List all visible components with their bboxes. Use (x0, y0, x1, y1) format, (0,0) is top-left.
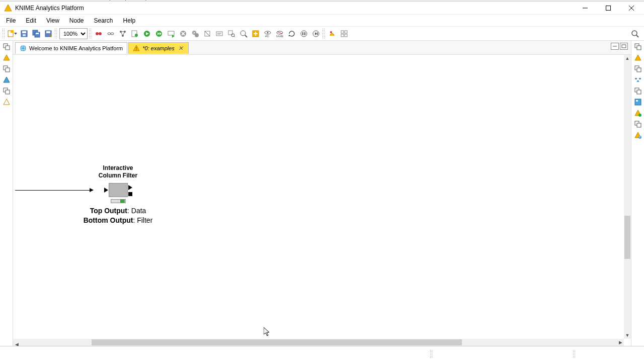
app-icon (4, 4, 12, 12)
svg-rect-100 (637, 90, 641, 94)
window-maximize-button[interactable] (597, 2, 620, 15)
hub-button[interactable] (327, 28, 338, 39)
restore-view-icon[interactable] (2, 86, 12, 96)
node-annotation[interactable]: Top Output: Data Bottom Output: Filter (61, 206, 175, 225)
new-workflow-button[interactable] (7, 28, 18, 39)
svg-point-60 (301, 31, 307, 37)
vertical-scrollbar[interactable]: ▲ ▼ (624, 55, 631, 339)
window-minimize-button[interactable] (574, 2, 597, 15)
menu-search[interactable]: Search (89, 16, 118, 26)
toggle-node-id-button[interactable]: #ID (262, 28, 273, 39)
svg-point-87 (136, 49, 137, 50)
svg-point-66 (330, 31, 332, 33)
toolbar-grip[interactable] (2, 28, 5, 39)
sash-grip[interactable] (430, 349, 433, 358)
outline-view-icon[interactable] (633, 97, 643, 107)
restore-view-icon[interactable] (633, 119, 643, 129)
tab-close-icon[interactable]: ✕ (177, 45, 184, 52)
menu-help[interactable]: Help (118, 16, 141, 26)
restore-view-icon[interactable] (2, 64, 12, 74)
svg-text:NAME: NAME (276, 35, 284, 38)
loop-run-button[interactable] (286, 28, 297, 39)
execute-all-button[interactable] (153, 28, 165, 39)
find-button[interactable] (226, 28, 237, 39)
cancel-all-button[interactable] (190, 28, 201, 39)
menu-edit[interactable]: Edit (21, 16, 41, 26)
add-node-button[interactable] (250, 28, 261, 39)
configure-button[interactable] (129, 28, 140, 39)
menu-view[interactable]: View (41, 16, 64, 26)
edit-annotation-button[interactable] (214, 28, 225, 39)
scroll-thumb[interactable] (624, 216, 630, 259)
restore-view-icon[interactable] (2, 42, 12, 52)
tab-examples-label: *0: examples (142, 45, 175, 51)
zoom-select[interactable]: 100% (59, 28, 88, 39)
console-view-icon[interactable] (633, 108, 643, 118)
restore-view-icon[interactable] (633, 64, 643, 74)
node-body[interactable] (109, 183, 128, 197)
restore-view-icon[interactable] (633, 42, 643, 52)
scroll-thumb[interactable] (92, 339, 461, 345)
node-interactive-column-filter[interactable]: Interactive Column Filter Top Output: Da… (61, 164, 175, 225)
mouse-cursor-icon (264, 327, 272, 337)
monitor-view-icon[interactable]: ? (633, 130, 643, 140)
scroll-right-icon[interactable]: ▶ (617, 339, 624, 346)
save-all-button[interactable] (31, 28, 42, 39)
svg-rect-62 (304, 32, 305, 35)
tab-welcome[interactable]: Welcome to KNIME Analytics Platform (15, 42, 127, 54)
svg-rect-70 (345, 34, 347, 37)
svg-point-25 (135, 34, 138, 37)
editor-maximize-button[interactable] (620, 43, 628, 50)
anno-top-bold: Top Output (90, 207, 127, 215)
loop-step-button[interactable] (310, 28, 321, 39)
svg-rect-67 (341, 31, 344, 33)
scroll-left-icon[interactable]: ◀ (13, 341, 20, 346)
workflow-coach-view-icon[interactable] (2, 75, 12, 85)
toolbar-grip[interactable] (322, 28, 325, 39)
grid-align-button[interactable] (339, 28, 350, 39)
zoom-find-button[interactable] (238, 28, 249, 39)
menubar: File Edit View Node Search Help (0, 15, 644, 27)
toolbar-grip[interactable] (89, 28, 92, 39)
variable-button[interactable] (93, 28, 104, 39)
svg-marker-64 (315, 32, 317, 35)
menu-node[interactable]: Node (64, 16, 89, 26)
horizontal-scrollbar[interactable]: ◀ ▶ (13, 339, 624, 346)
input-port-icon[interactable] (104, 188, 108, 193)
node-title-line1: Interactive (61, 164, 175, 172)
scroll-up-icon[interactable]: ▲ (624, 55, 631, 62)
output-port-filter-icon[interactable] (128, 192, 132, 196)
output-port-data-icon[interactable] (128, 185, 132, 190)
layout-button[interactable] (117, 28, 128, 39)
workflow-canvas[interactable]: Interactive Column Filter Top Output: Da… (13, 55, 631, 346)
link-nodes-button[interactable] (105, 28, 116, 39)
crumb-1: Dropbox (KNIME) (100, 0, 147, 1)
restore-view-icon[interactable] (633, 86, 643, 96)
svg-point-104 (638, 114, 641, 117)
node-repo-view-icon[interactable] (2, 97, 12, 107)
execute-button[interactable] (141, 28, 152, 39)
cancel-button[interactable] (178, 28, 189, 39)
toolbar-grip[interactable] (54, 28, 57, 39)
toolbar-search-button[interactable] (629, 28, 640, 39)
reset-button[interactable] (202, 28, 213, 39)
menu-file[interactable]: File (1, 16, 21, 26)
scroll-down-icon[interactable]: ▼ (624, 332, 631, 339)
svg-rect-10 (23, 34, 26, 36)
tab-examples[interactable]: *0: examples ✕ (128, 42, 189, 54)
bottom-sash[interactable] (0, 346, 644, 361)
save-as-button[interactable] (43, 28, 54, 39)
toggle-node-name-button[interactable]: NAME (274, 28, 285, 39)
svg-point-54 (267, 32, 269, 33)
save-button[interactable] (19, 28, 30, 39)
explorer-view-icon[interactable] (2, 53, 12, 63)
desc-view-icon[interactable] (633, 53, 643, 63)
loop-pause-button[interactable] (298, 28, 309, 39)
execute-view-button[interactable] (166, 28, 177, 39)
sash-grip[interactable] (573, 349, 576, 358)
right-trim: ? (631, 41, 644, 346)
window-close-button[interactable] (620, 2, 643, 15)
hub-view-icon[interactable] (633, 75, 643, 85)
editor-minimize-button[interactable] (611, 43, 619, 50)
svg-point-19 (108, 33, 111, 35)
